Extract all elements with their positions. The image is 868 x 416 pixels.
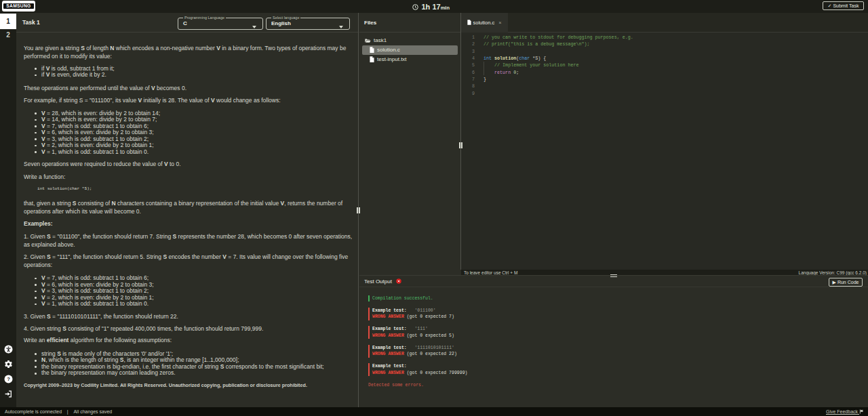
svg-text:?: ?: [7, 376, 10, 382]
